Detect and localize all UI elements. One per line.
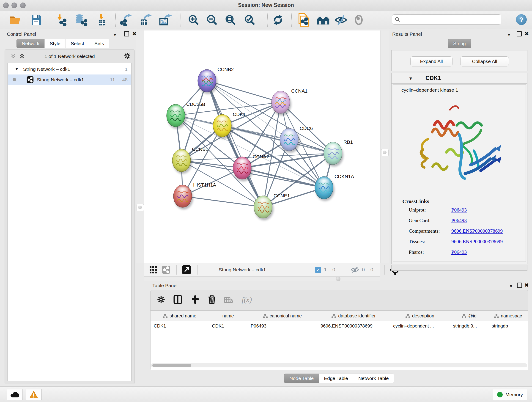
copy-style-button[interactable]: [297, 13, 310, 27]
help-button[interactable]: ?: [516, 14, 527, 25]
detach-view-icon[interactable]: [181, 263, 191, 276]
add-column-icon[interactable]: [191, 295, 200, 305]
table-cell[interactable]: CDK1: [209, 321, 247, 331]
string-panel-toggle-icon[interactable]: [162, 263, 171, 276]
zoom-out-button[interactable]: [205, 13, 219, 27]
table-cell[interactable]: 9606.ENSP00000378699: [317, 321, 390, 331]
node-label-HIST1H1A: HIST1H1A: [193, 182, 216, 187]
network-edge: [183, 196, 263, 207]
network-row-selected[interactable]: String Network – cdk1 11 48: [8, 75, 131, 85]
table-cell[interactable]: CDK1: [151, 321, 209, 331]
splitter-left[interactable]: [136, 31, 145, 263]
network-graph[interactable]: CCNB2 CCNA1 CDC25B CDK1 CDC6: [144, 31, 380, 263]
export-table-button[interactable]: [139, 13, 152, 27]
collapse-all-button[interactable]: Collapse All: [460, 56, 509, 66]
column-header-@id[interactable]: @id: [450, 311, 489, 321]
table-cell[interactable]: cyclin–dependent ...: [390, 321, 450, 331]
network-node-CDKN1A[interactable]: CDKN1A: [315, 174, 354, 201]
results-panel-float-icon[interactable]: [517, 31, 522, 38]
crosslink-value-link[interactable]: P06493: [451, 249, 467, 255]
table-cell[interactable]: P06493: [247, 321, 317, 331]
splitter-right-grip[interactable]: [381, 149, 389, 156]
column-header-name[interactable]: name: [209, 311, 248, 321]
crosslink-value-link[interactable]: 9606.ENSP00000378699: [451, 228, 503, 234]
splitter-left-grip[interactable]: [137, 204, 144, 211]
table-hscrollbar-thumb[interactable]: [152, 364, 191, 367]
network-node-CCNB2[interactable]: CCNB2: [198, 67, 234, 94]
table-settings-gear-icon[interactable]: [157, 295, 165, 305]
toolbar-separator: [181, 13, 181, 27]
import-database-icon: [75, 13, 88, 26]
network-node-CDC25B[interactable]: CDC25B: [167, 102, 205, 129]
tab-select[interactable]: Select: [65, 39, 89, 48]
protein-description: cyclin–dependent kinase 1: [401, 87, 458, 93]
network-node-HIST1H1A[interactable]: HIST1H1A: [173, 182, 216, 210]
birds-eye-view-icon[interactable]: [149, 263, 157, 276]
function-builder-icon[interactable]: f(x): [242, 295, 252, 304]
tab-string[interactable]: String: [448, 39, 471, 48]
selected-nodes-checkbox[interactable]: ✓: [315, 267, 321, 273]
crosslink-value-link[interactable]: 9606.ENSP00000378699: [451, 239, 503, 244]
import-table-button[interactable]: [95, 13, 109, 27]
table-panel-menu-icon[interactable]: ▼: [509, 283, 513, 289]
node-label-CDKN1A: CDKN1A: [335, 174, 354, 179]
splitter-horizontal[interactable]: [144, 276, 380, 281]
network-node-CCNA2[interactable]: CCNA2: [233, 154, 269, 181]
delete-column-trash-icon[interactable]: [208, 295, 216, 305]
network-node-CCNE1[interactable]: CCNE1: [254, 193, 290, 220]
column-header-shared-name[interactable]: shared name: [151, 311, 209, 321]
hidden-items-eye-slash-icon[interactable]: [351, 266, 359, 273]
tab-style[interactable]: Style: [44, 39, 66, 48]
search-input[interactable]: [402, 17, 501, 22]
first-neighbors-button[interactable]: [317, 13, 330, 27]
zoom-selected-button[interactable]: [243, 13, 256, 27]
column-header-canonical-name[interactable]: canonical name: [247, 311, 317, 321]
tab-network-table[interactable]: Network Table: [353, 374, 394, 383]
import-network-database-button[interactable]: [75, 13, 88, 27]
gear-icon[interactable]: [123, 52, 131, 61]
tab-node-table[interactable]: Node Table: [284, 374, 319, 383]
tab-edge-table[interactable]: Edge Table: [319, 374, 353, 383]
delete-table-icon[interactable]: [224, 297, 234, 305]
network-canvas[interactable]: CCNB2 CCNA1 CDC25B CDK1 CDC6: [144, 31, 380, 263]
results-panel-menu-icon[interactable]: ▼: [507, 32, 511, 38]
cloud-icon: [10, 391, 19, 398]
show-all-button[interactable]: [352, 13, 365, 27]
network-collection-row[interactable]: ▼ String Network – cdk1 1: [8, 64, 131, 74]
tab-network[interactable]: Network: [17, 39, 45, 48]
hide-selected-button[interactable]: [334, 13, 348, 27]
open-session-button[interactable]: [9, 13, 22, 27]
zoom-in-button[interactable]: [187, 13, 200, 27]
control-panel-menu-icon[interactable]: ▼: [113, 32, 117, 38]
tab-sets[interactable]: Sets: [89, 39, 109, 48]
table-panel-close-icon[interactable]: ✖: [525, 282, 529, 288]
crosslink-value-link[interactable]: P06493: [451, 207, 467, 213]
control-panel-float-icon[interactable]: [124, 31, 129, 38]
network-node-RB1[interactable]: RB1: [324, 139, 353, 167]
show-columns-icon[interactable]: [173, 295, 182, 305]
warnings-button[interactable]: [26, 389, 41, 400]
expand-all-button[interactable]: Expand All: [410, 56, 452, 66]
column-header-namespac[interactable]: namespac: [488, 311, 528, 321]
column-header-database-identifier[interactable]: database identifier: [317, 311, 390, 321]
results-panel-close-icon[interactable]: ✖: [525, 31, 529, 37]
save-session-button[interactable]: [30, 13, 43, 27]
collection-expand-icon[interactable]: ▼: [15, 67, 19, 71]
splitter-right[interactable]: [380, 31, 389, 263]
apply-layout-button[interactable]: [271, 13, 285, 27]
memory-button[interactable]: Memory: [493, 389, 527, 400]
splitter-horizontal-grip[interactable]: [336, 277, 341, 281]
crosslink-value-link[interactable]: P06493: [451, 217, 467, 223]
protein-structure-image: [405, 98, 506, 187]
table-panel-float-icon[interactable]: [517, 283, 522, 289]
column-header-description[interactable]: description: [390, 311, 450, 321]
protein-collapse-icon[interactable]: ▼: [409, 76, 413, 81]
export-image-button[interactable]: [159, 13, 172, 27]
table-cell[interactable]: stringdb:9...: [450, 321, 488, 331]
zoom-fit-button[interactable]: [224, 13, 237, 27]
results-scroll-strip[interactable]: [391, 265, 527, 271]
import-network-file-button[interactable]: [56, 13, 69, 27]
cloud-status-button[interactable]: [7, 389, 22, 400]
export-network-button[interactable]: [120, 13, 133, 27]
table-cell[interactable]: stringdb: [488, 321, 528, 331]
